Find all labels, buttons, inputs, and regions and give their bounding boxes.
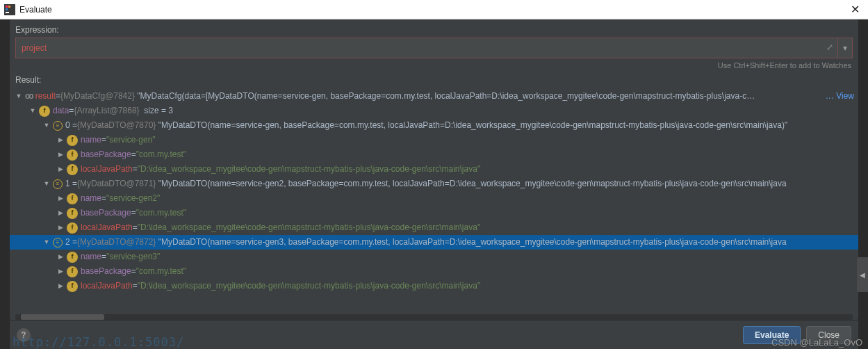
expand-toggle[interactable]: ▶: [56, 162, 65, 177]
field-icon: f: [67, 149, 78, 161]
field-icon: f: [67, 266, 78, 277]
help-button[interactable]: ?: [17, 328, 31, 342]
expand-toggle[interactable]: ▶: [56, 220, 65, 235]
expression-input[interactable]: project ⤢: [15, 38, 837, 58]
expand-toggle[interactable]: ▼: [28, 104, 38, 118]
evaluate-button[interactable]: Evaluate: [743, 326, 801, 344]
field-icon: f: [67, 164, 78, 175]
expand-icon[interactable]: ⤢: [826, 42, 833, 52]
svg-rect-2: [6, 6, 8, 8]
tree-row-data[interactable]: ▼ f data = {ArrayList@7868} size = 3: [10, 104, 858, 118]
tree-row-field[interactable]: ▶fbasePackage = "com.my.test": [10, 147, 858, 162]
element-icon: ≡: [53, 238, 63, 247]
svg-rect-1: [6, 12, 9, 13]
element-icon: ≡: [53, 179, 63, 189]
horizontal-scrollbar[interactable]: [15, 314, 853, 320]
titlebar: Evaluate ✕: [0, 0, 868, 19]
expand-toggle[interactable]: ▶: [56, 206, 65, 220]
field-icon: f: [67, 222, 78, 234]
expand-toggle[interactable]: ▶: [56, 279, 65, 293]
tree-row-field[interactable]: ▶fname = "service-gen2": [10, 191, 858, 206]
svg-rect-3: [8, 6, 10, 8]
intellij-icon: [4, 4, 15, 15]
result-tree[interactable]: ▼ oo result = {MyDataCfg@7842} "MyDataCf…: [10, 88, 858, 314]
field-icon: f: [67, 193, 78, 204]
window-title: Evaluate: [19, 5, 846, 15]
expand-toggle[interactable]: ▼: [42, 118, 51, 133]
tree-row-field[interactable]: ▶fbasePackage = "com.my.test": [10, 264, 858, 279]
side-tool-button[interactable]: ◀: [857, 257, 868, 292]
expand-toggle[interactable]: ▶: [56, 191, 65, 206]
tree-row-field[interactable]: ▶fname = "service-gen3": [10, 250, 858, 264]
expand-toggle[interactable]: ▶: [56, 250, 65, 264]
tree-row-item[interactable]: ▼≡1 = {MyDataDTO@7871} "MyDataDTO(name=s…: [10, 177, 858, 191]
tree-row-item[interactable]: ▼≡2 = {MyDataDTO@7872} "MyDataDTO(name=s…: [10, 235, 858, 250]
result-label: Result:: [10, 75, 858, 88]
tree-row-field[interactable]: ▶flocalJavaPath = "D:\idea_workspace_myg…: [10, 220, 858, 235]
expand-toggle[interactable]: ▶: [56, 133, 65, 147]
expression-label: Expression:: [10, 19, 858, 38]
tree-row-field[interactable]: ▶fbasePackage = "com.my.test": [10, 206, 858, 220]
tree-row-result[interactable]: ▼ oo result = {MyDataCfg@7842} "MyDataCf…: [10, 89, 858, 104]
expand-toggle[interactable]: ▼: [42, 235, 51, 250]
tree-row-field[interactable]: ▶flocalJavaPath = "D:\idea_workspace_myg…: [10, 162, 858, 177]
close-icon[interactable]: ✕: [846, 3, 864, 16]
expand-toggle[interactable]: ▶: [56, 264, 65, 279]
tree-row-field[interactable]: ▶fname = "service-gen": [10, 133, 858, 147]
expression-text: project: [22, 43, 47, 53]
tree-row-field[interactable]: ▶flocalJavaPath = "D:\idea_workspace_myg…: [10, 279, 858, 293]
dialog-footer: ? Evaluate Close: [10, 320, 858, 349]
field-icon: f: [67, 135, 78, 146]
result-icon: oo: [25, 89, 33, 104]
svg-rect-4: [6, 8, 8, 10]
field-icon: f: [67, 208, 78, 219]
view-link[interactable]: … View: [826, 89, 858, 104]
expand-toggle[interactable]: ▼: [42, 177, 51, 191]
field-icon: f: [67, 281, 78, 292]
hint-text: Use Ctrl+Shift+Enter to add to Watches: [10, 58, 858, 75]
field-icon: f: [39, 106, 50, 117]
tree-row-item[interactable]: ▼≡0 = {MyDataDTO@7870} "MyDataDTO(name=s…: [10, 118, 858, 133]
element-icon: ≡: [53, 121, 63, 131]
expression-history-dropdown[interactable]: ▾: [837, 38, 853, 58]
expand-toggle[interactable]: ▼: [14, 89, 24, 104]
scrollbar-thumb[interactable]: [21, 314, 104, 320]
close-button[interactable]: Close: [806, 326, 851, 344]
field-icon: f: [67, 252, 78, 263]
expand-toggle[interactable]: ▶: [56, 147, 65, 162]
evaluate-panel: Expression: project ⤢ ▾ Use Ctrl+Shift+E…: [10, 19, 858, 320]
